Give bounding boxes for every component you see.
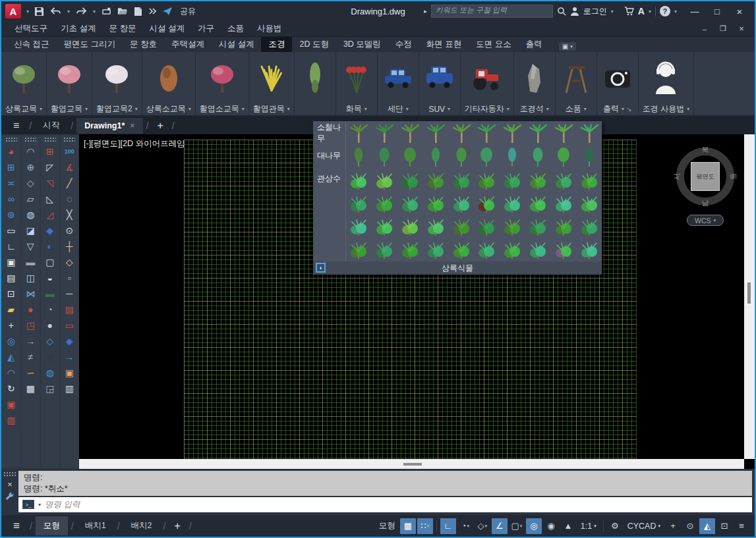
mirror-icon[interactable]: ◭	[3, 349, 19, 365]
isodraft-toggle[interactable]: ◇▾	[475, 518, 490, 534]
node-icon[interactable]: ◌	[61, 191, 77, 207]
gallery-plant-item[interactable]	[525, 190, 551, 213]
erase-icon[interactable]: ▰	[3, 302, 19, 317]
sphere-icon[interactable]: ●	[42, 317, 58, 333]
window-minimize-button[interactable]: —	[683, 3, 706, 19]
font-a-icon[interactable]: A	[638, 6, 645, 16]
tab-drawing1[interactable]: Drawing1*×	[76, 118, 142, 134]
doc-icon[interactable]: ▥	[61, 381, 77, 396]
dim-style-icon[interactable]: ≍	[3, 175, 19, 191]
bench-icon[interactable]: ▬	[42, 286, 58, 302]
clean-screen-button[interactable]: ⊡	[716, 518, 732, 534]
horizontal-scrollbar[interactable]	[79, 459, 744, 469]
align-up-icon[interactable]: ◸	[42, 159, 58, 175]
gallery-plant-item[interactable]	[474, 167, 500, 190]
circle-dim-icon[interactable]: ⊙	[61, 223, 77, 238]
rotate-icon[interactable]: ↻	[3, 381, 19, 396]
화목-icon[interactable]	[340, 53, 373, 103]
viewport-icon[interactable]: ⊞	[3, 159, 19, 175]
pin-gallery-icon[interactable]: ◗	[316, 263, 326, 273]
활엽관목-icon[interactable]	[255, 53, 288, 103]
plot-region2-icon[interactable]: ▥	[3, 412, 19, 428]
gallery-plant-item[interactable]	[525, 213, 551, 236]
fillet-icon[interactable]: ◠	[3, 365, 19, 381]
gallery-plant-item[interactable]	[576, 167, 602, 190]
상록소교목-icon[interactable]	[152, 53, 185, 103]
gallery-plant-item[interactable]	[448, 236, 474, 259]
frame-icon[interactable]: ▭	[61, 317, 77, 333]
gallery-plant-item[interactable]	[525, 167, 551, 190]
wmf-export-icon[interactable]: →	[61, 349, 77, 365]
gallery-plant-item[interactable]	[550, 144, 576, 167]
spline-icon[interactable]: ◠	[22, 144, 38, 159]
gallery-plant-item[interactable]	[448, 167, 474, 190]
font-arrow-icon[interactable]: ▾	[649, 9, 651, 14]
polygon-icon[interactable]: ◇	[22, 175, 38, 191]
osnap-box-toggle[interactable]: ▢▾	[509, 518, 525, 534]
상록교목-icon[interactable]	[7, 53, 40, 103]
gallery-plant-item[interactable]	[448, 213, 474, 236]
gallery-plant-item[interactable]	[422, 167, 448, 190]
layout-tab-0[interactable]: 모형	[36, 516, 68, 535]
ribbon-panel-출력[interactable]: 출력▾↘	[597, 52, 639, 115]
panel-dropdown-icon[interactable]: ▾	[189, 106, 191, 112]
panel-dropdown-icon[interactable]: ▾	[40, 106, 42, 112]
gallery-plant-item[interactable]	[346, 144, 372, 167]
gallery-plant-item[interactable]	[422, 144, 448, 167]
panel-dropdown-icon[interactable]: ▾	[364, 106, 367, 112]
offset-icon[interactable]: →	[22, 333, 38, 349]
cube-pdf-icon[interactable]: ◇	[42, 333, 58, 349]
gallery-plant-item[interactable]	[474, 144, 500, 167]
login-label[interactable]: 로그인	[583, 6, 607, 17]
gallery-plant-item[interactable]	[550, 167, 576, 190]
align-right-icon[interactable]: ◹	[42, 175, 58, 191]
parametric-icon[interactable]: ⊚	[3, 207, 19, 223]
gallery-plant-item[interactable]	[372, 121, 397, 144]
annotation-scale-label[interactable]: 1:1▾	[577, 522, 600, 531]
menu-item-6[interactable]: 사용법	[250, 21, 289, 36]
ribbon-tab-5[interactable]: 조경	[261, 37, 292, 52]
new-file-icon[interactable]	[134, 7, 142, 16]
panel-dropdown-icon[interactable]: ▾	[242, 106, 245, 112]
command-close-icon[interactable]: ×	[7, 479, 13, 489]
ribbon-tab-2[interactable]: 문 창호	[123, 37, 164, 52]
join-icon[interactable]: ∽	[22, 365, 38, 381]
window-maximize-button[interactable]: □	[706, 3, 728, 19]
ribbon-tab-9[interactable]: 화면 표현	[419, 37, 469, 52]
layout-menu-icon[interactable]: ≡	[7, 520, 26, 533]
cart-icon[interactable]	[624, 7, 634, 16]
gallery-plant-item[interactable]	[550, 213, 576, 236]
조경 사용법-icon[interactable]	[649, 53, 682, 103]
shade-icon[interactable]: ◐	[42, 238, 58, 254]
toolbar-grip-handle[interactable]	[24, 137, 36, 142]
활엽교목-icon[interactable]	[53, 53, 86, 103]
stamp-icon[interactable]: ◳	[22, 317, 38, 333]
ribbon-panel-화목[interactable]: 화목▾	[336, 52, 378, 115]
plot-region-icon[interactable]: ▣	[3, 396, 19, 412]
redo-icon[interactable]	[76, 7, 87, 16]
help-arrow-icon[interactable]: ▾	[674, 9, 677, 14]
ribbon-tab-3[interactable]: 주택설계	[164, 37, 212, 52]
settings-gear-icon[interactable]: ⚙	[607, 518, 623, 534]
ribbon-tab-10[interactable]: 도면 요소	[469, 37, 518, 52]
insert-block-icon[interactable]: ⊞	[42, 144, 58, 159]
gallery-plant-item[interactable]	[500, 190, 525, 213]
viewcube-south[interactable]: 남	[702, 198, 709, 208]
rectangle-icon[interactable]: ▭	[3, 223, 19, 238]
window-array-icon[interactable]: ▦	[22, 381, 38, 396]
gallery-plant-item[interactable]	[346, 213, 372, 236]
redo-arrow-icon[interactable]: ▾	[93, 9, 96, 14]
panel-dropdown-icon[interactable]: ▾	[687, 106, 689, 112]
ref-edit-icon[interactable]: ◲	[42, 381, 58, 396]
polyline-icon[interactable]: ∟	[3, 238, 19, 254]
text-icon[interactable]: ⊡	[3, 286, 19, 302]
menu-item-3[interactable]: 시설 설계	[142, 21, 190, 36]
toolbar-grip-handle[interactable]	[5, 137, 17, 142]
조경석-icon[interactable]	[518, 53, 551, 103]
활엽소교목-icon[interactable]	[206, 53, 239, 103]
command-prompt-icon[interactable]: >_	[22, 500, 34, 509]
gallery-plant-item[interactable]	[550, 121, 576, 144]
open-folder-icon[interactable]	[117, 7, 128, 16]
copy-faces-icon[interactable]: ◪	[22, 223, 38, 238]
활엽교목2-icon[interactable]	[100, 53, 133, 103]
